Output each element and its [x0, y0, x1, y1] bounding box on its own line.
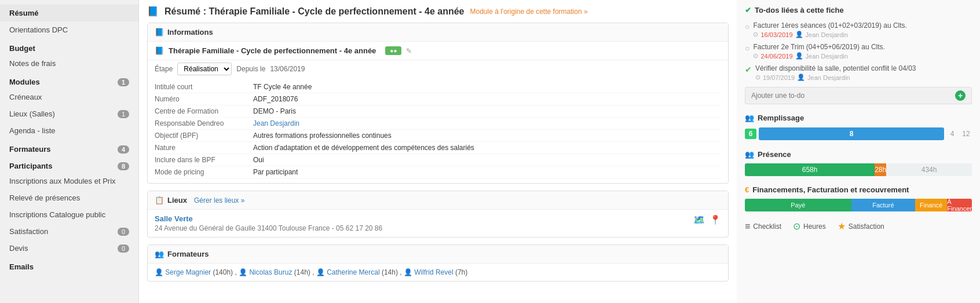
devis-badge: 0: [118, 244, 129, 253]
formateur-link-0[interactable]: Serge Magnier: [165, 268, 211, 276]
lieu-location-icon[interactable]: 📍: [710, 215, 721, 225]
formateur-link-2[interactable]: Catherine Mercal: [327, 268, 379, 276]
todo-text-1: Facturer 2e Trim (04+05+06/2019) au Clts…: [753, 43, 884, 51]
sidebar-item-resume[interactable]: Résumé: [0, 5, 138, 21]
presence-title: 👥 Présence: [745, 150, 972, 159]
remplissage-icon: 👥: [745, 114, 754, 122]
remplissage-title: 👥 Remplissage: [745, 114, 972, 122]
sidebar-item-releve-presences[interactable]: Relevé de présences: [0, 189, 138, 206]
formateurs-header: 👥 Formateurs: [148, 245, 728, 264]
todo-person-2: Jean Desjardin: [807, 74, 850, 81]
heures-label: Heures: [803, 222, 826, 231]
etape-select[interactable]: Réalisation: [177, 63, 232, 75]
todos-check-icon: ✔: [745, 6, 751, 14]
lieu-item-0: Salle Verte 24 Avenue du Général de Gaul…: [148, 210, 728, 237]
sidebar-item-devis[interactable]: Devis 0: [0, 240, 138, 257]
formateurs-badge: 4: [118, 145, 129, 154]
finance-bar: Payé Facturé Financé À Financer: [745, 199, 972, 211]
satisfaction-icon: ★: [838, 221, 846, 232]
lieux-icon: 📋: [155, 196, 164, 205]
bottom-icons-row: ≡ Checklist ⊙ Heures ★ Satisfaction: [745, 221, 972, 232]
depuis-value: 13/06/2019: [270, 65, 305, 73]
info-value-5: Action d'adaptation et de développement …: [253, 144, 721, 152]
sidebar-item-inscriptions-catalogue[interactable]: Inscriptions Catalogue public: [0, 206, 138, 223]
todos-section: ✔ To-dos liées à cette fiche ○ Facturer …: [745, 6, 972, 104]
formateur-icon-2: 👤: [316, 268, 327, 276]
formateur-link-1[interactable]: Nicolas Buruz: [249, 268, 292, 276]
finance-finance: Financé: [915, 199, 947, 211]
info-value-1: ADF_2018076: [253, 95, 721, 103]
formateur-link-3[interactable]: Wilfrid Revel: [414, 268, 453, 276]
add-todo-button[interactable]: Ajouter une to-do +: [745, 87, 972, 104]
sidebar-item-orientations-dpc[interactable]: Orientations DPC: [0, 21, 138, 38]
todo-person-icon-2: 👤: [797, 74, 805, 81]
todo-check-2: ✔: [745, 65, 752, 74]
sidebar-label-inscriptions-catalogue: Inscriptions Catalogue public: [9, 210, 105, 219]
finance-facture: Facturé: [851, 199, 915, 211]
todo-clock-icon-0: ⊙: [753, 31, 758, 38]
sidebar-item-agenda-liste[interactable]: Agenda - liste: [0, 122, 138, 139]
info-row-2: Centre de Formation DEMO - Paris: [155, 105, 721, 118]
page-title: Résumé : Thérapie Familiale - Cycle de p…: [164, 6, 465, 17]
presence-green: 658h: [745, 163, 875, 176]
bottom-heures: ⊙ Heures: [793, 221, 826, 232]
formateurs-list: 👤 Serge Magnier (140h) , 👤 Nicolas Buruz…: [148, 264, 728, 281]
info-table: Intitulé court TF Cycle 4e année Numéro …: [148, 76, 728, 183]
presence-orange: 28h: [875, 163, 886, 176]
finance-a-financer: À Financer: [947, 199, 972, 211]
sidebar-label-devis: Devis: [9, 244, 28, 253]
info-row-7: Mode de pricing Par participant: [155, 166, 721, 178]
remplissage-section: 👥 Remplissage 6 8 4 12: [745, 114, 972, 141]
info-value-3[interactable]: Jean Desjardin: [253, 119, 721, 127]
module-link[interactable]: Module à l'origine de cette formation »: [470, 8, 588, 16]
todo-meta-0: ⊙ 16/03/2019 👤 Jean Desjardin: [753, 31, 907, 38]
todo-person-0: Jean Desjardin: [806, 31, 848, 38]
participants-badge: 8: [118, 162, 129, 170]
sidebar-item-notes-frais[interactable]: Notes de frais: [0, 55, 138, 72]
edit-icon[interactable]: ✎: [406, 47, 412, 55]
info-value-7: Par participant: [253, 168, 721, 176]
todos-title: ✔ To-dos liées à cette fiche: [745, 6, 972, 14]
lieu-icons-0: 🗺️ 📍: [693, 214, 721, 225]
formateur-hours-0: (140h) ,: [211, 268, 239, 276]
sidebar: Résumé Orientations DPC Budget Notes de …: [0, 0, 139, 303]
info-value-6: Oui: [253, 156, 721, 164]
info-row-1: Numéro ADF_2018076: [155, 93, 721, 105]
informations-section: 📘 Informations 📘 Thérapie Familiale - Cy…: [147, 23, 729, 184]
todo-person-1: Jean Desjardin: [806, 53, 848, 60]
presence-icon: 👥: [745, 150, 754, 159]
sidebar-item-inscriptions-modules[interactable]: Inscriptions aux Modules et Prix: [0, 173, 138, 189]
formateur-hours-1: (14h) ,: [292, 268, 316, 276]
lieu-name-0[interactable]: Salle Verte: [155, 214, 382, 223]
sidebar-label-orientations-dpc: Orientations DPC: [9, 25, 68, 34]
presence-bar: 658h 28h 434h: [745, 163, 972, 176]
info-label-5: Nature: [155, 144, 253, 152]
sidebar-label-lieux-salles: Lieux (Salles): [9, 109, 55, 118]
sidebar-item-satisfaction[interactable]: Satisfaction 0: [0, 223, 138, 240]
right-panel: ✔ To-dos liées à cette fiche ○ Facturer …: [737, 0, 980, 303]
finance-title: € Financements, Facturation et recouvrem…: [745, 185, 972, 194]
sidebar-label-satisfaction: Satisfaction: [9, 227, 48, 236]
todo-date-0: 16/03/2019: [760, 31, 792, 38]
checklist-label: Checklist: [753, 222, 781, 231]
todo-text-2: Vérifier disponibilité la salle, potenti…: [755, 64, 916, 72]
lieu-map-icon[interactable]: 🗺️: [693, 215, 705, 225]
todo-meta-1: ⊙ 24/06/2019 👤 Jean Desjardin: [753, 52, 884, 60]
todo-clock-icon-2: ⊙: [755, 74, 760, 81]
info-label-0: Intitulé court: [155, 83, 253, 91]
info-row-5: Nature Action d'adaptation et de dévelop…: [155, 142, 721, 154]
etape-row: Étape Réalisation Depuis le 13/06/2019: [148, 60, 728, 76]
modules-badge: 1: [118, 78, 129, 86]
remplissage-main-bar: 8: [759, 127, 944, 140]
info-label-7: Mode de pricing: [155, 168, 253, 176]
lieu-address-0: 24 Avenue du Général de Gaulle 31400 Tou…: [155, 224, 382, 232]
sidebar-label-inscriptions-modules: Inscriptions aux Modules et Prix: [9, 177, 116, 185]
todo-person-icon-0: 👤: [795, 31, 803, 38]
lieux-section: 📋 Lieux Gérer les lieux » Salle Verte 24…: [147, 191, 729, 238]
lieux-manage-link[interactable]: Gérer les lieux »: [194, 196, 244, 205]
finance-icon: €: [745, 185, 749, 194]
sidebar-item-creneaux[interactable]: Créneaux: [0, 89, 138, 105]
sidebar-item-lieux-salles[interactable]: Lieux (Salles) 1: [0, 105, 138, 122]
remplissage-bar: 6 8 4 12: [745, 127, 972, 141]
etape-label: Étape: [155, 65, 173, 73]
